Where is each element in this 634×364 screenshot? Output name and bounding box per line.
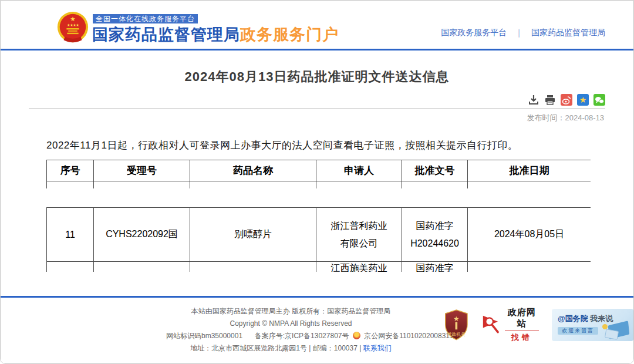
table-body-section: 11 CYHS2202092国 别嘌醇片 浙江普利药业 有限公司 国药准字 H2… [46,207,591,272]
table-header-row: 序号 受理号 药品名称 申请人 批准文号 批准日期 [47,160,591,181]
cell-drug-name: 别嘌醇片 [190,208,316,262]
nav-link-nmpa[interactable]: 国家药品监督管理局 [531,28,605,38]
cell-applicant-partial: 江西施美药业 [316,262,402,272]
site-header: ★ ★★★★ 全国一体化在线政务服务平台 国家药品监督管理局政务服务门户 国家政… [1,1,633,50]
site-title: 国家药品监督管理局政务服务门户 [92,24,339,45]
site-footer: 本站由国家药品监督管理局主办 版权所有：国家药品监督管理局 Copyright … [1,296,633,363]
table-row-partial: 江西施美药业 国药准字 [47,262,591,272]
footer-address: 地址：北京市西城区展览路北露园1号 | 邮编：100037 | [190,344,363,352]
download-icon[interactable] [528,94,539,106]
table-clipped-row [47,181,591,189]
state-council-banner-subtitle: 欢迎来留言 [558,327,598,335]
footer-line-registration: 网站标识码bm35000001 备案序号:京ICP备13027807号 京公网安… [166,330,416,342]
footer-text-block: 本站由国家药品监督管理局主办 版权所有：国家药品监督管理局 Copyright … [166,305,416,355]
footer-icp-number: 备案序号:京ICP备13027807号 [255,332,349,340]
page-title: 2024年08月13日药品批准证明文件送达信息 [1,68,633,86]
state-council-banner[interactable]: @国务院 我来说 欢迎来留言 [552,309,633,341]
error-report-line1: 政府网站 [505,307,539,329]
nav-link-gov-service-platform[interactable]: 国家政务服务平台 [441,28,507,38]
error-report-line2: 找错 [505,331,539,343]
footer-line-copyright: Copyright © NMPA All Rights Reserved [166,318,416,330]
nav-divider: ｜ [515,28,523,38]
footer-badges: ★ 党政机关 政府网站 找错 @国务院 我来说 [444,307,633,343]
svg-text:党政机关: 党政机关 [447,332,466,337]
weibo-share-icon[interactable] [561,94,572,106]
svg-text:★: ★ [70,15,76,22]
header-nav: 国家政务服务平台 ｜ 国家药品监督管理局 [441,28,605,38]
contact-us-link[interactable]: 联系我们 [363,344,392,352]
col-header-applicant: 申请人 [316,160,402,181]
site-name: 国家药品监督管理局 [92,26,240,43]
error-report-flag-icon [482,313,501,338]
notice-text: 2022年11月1日起，行政相对人可登录网上办事大厅的法人空间查看电子证照，按照… [46,139,605,152]
wechat-share-icon[interactable] [593,94,605,106]
col-header-seq: 序号 [47,160,94,181]
approval-table: 序号 受理号 药品名称 申请人 批准文号 批准日期 11 CYHS2202092… [46,160,591,272]
table-row: 11 CYHS2202092国 别嘌醇片 浙江普利药业 有限公司 国药准字 H2… [47,208,591,262]
col-header-acceptance-no: 受理号 [94,160,190,181]
cell-approval-no: 国药准字 H20244620 [402,208,468,262]
cell-applicant: 浙江普利药业 有限公司 [316,208,402,262]
col-header-approval-date: 批准日期 [468,160,591,181]
svg-text:★: ★ [579,95,587,105]
col-header-approval-no: 批准文号 [402,160,468,181]
cell-seq: 11 [47,208,94,262]
banner-illustration-dot [602,324,608,329]
svg-text:★★★★: ★★★★ [67,23,79,27]
footer-line-host: 本站由国家药品监督管理局主办 版权所有：国家药品监督管理局 [166,305,416,318]
error-report-text: 政府网站 找错 [505,307,539,343]
share-toolbar: ★ [29,94,605,109]
state-council-slogan: 我来说 [588,314,613,323]
gov-site-error-report-badge[interactable]: 政府网站 找错 [482,307,539,343]
national-emblem-logo: ★ ★★★★ [56,10,90,45]
publish-time: 发布时间：2024-08-13 [1,113,604,123]
banner-illustration-paper [605,329,619,340]
cell-acceptance-no: CYHS2202092国 [94,208,190,262]
state-council-handle: @国务院 [558,314,588,323]
svg-text:★: ★ [453,315,460,323]
cell-approval-no-partial: 国药准字 [402,262,468,272]
police-badge-icon [353,332,360,339]
table-scroll-gap [46,188,591,207]
col-header-drug-name: 药品名称 [190,160,316,181]
footer-line-address: 地址：北京市西城区展览路北露园1号 | 邮编：100037 | 联系我们 [166,342,416,355]
qzone-share-icon[interactable]: ★ [577,94,589,106]
party-gov-shield-badge[interactable]: ★ 党政机关 [444,308,469,342]
footer-site-id: 网站标识码bm35000001 [166,332,242,340]
browser-page: ★ ★★★★ 全国一体化在线政务服务平台 国家药品监督管理局政务服务门户 国家政… [0,0,634,364]
cell-approval-date: 2024年08月05日 [468,208,591,262]
platform-badge: 全国一体化在线政务服务平台 [93,14,198,23]
site-suffix: 政务服务门户 [240,26,339,43]
table-header-section: 序号 受理号 药品名称 申请人 批准文号 批准日期 [46,160,591,188]
print-icon[interactable] [544,94,556,106]
